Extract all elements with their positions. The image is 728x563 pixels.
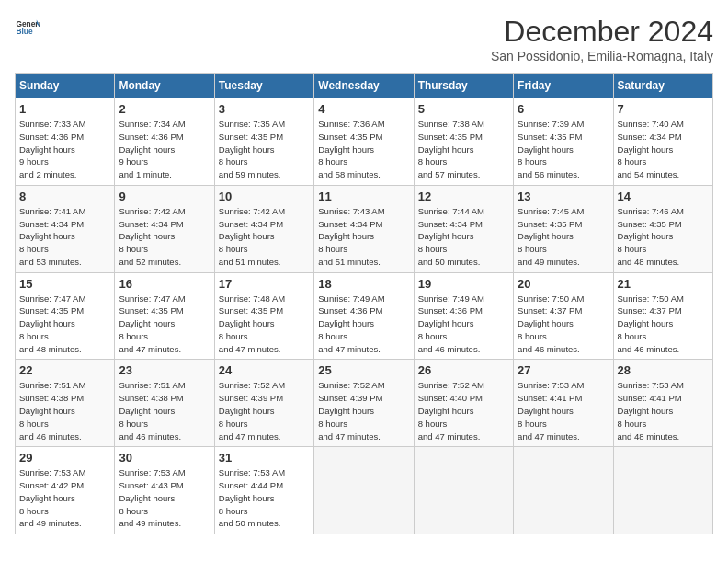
table-row: 14Sunrise: 7:46 AMSunset: 4:35 PMDayligh…	[613, 185, 712, 272]
day-info: Sunrise: 7:51 AMSunset: 4:38 PMDaylight …	[119, 379, 210, 442]
weekday-header-sunday: Sunday	[16, 74, 115, 98]
day-number: 27	[518, 363, 609, 377]
calendar-header: General Blue December 2024 San Possidoni…	[15, 15, 713, 63]
table-row: 19Sunrise: 7:49 AMSunset: 4:36 PMDayligh…	[414, 272, 513, 360]
table-row	[314, 447, 414, 534]
day-info: Sunrise: 7:39 AMSunset: 4:35 PMDaylight …	[518, 118, 609, 181]
day-info: Sunrise: 7:45 AMSunset: 4:35 PMDaylight …	[518, 205, 609, 269]
day-number: 29	[19, 451, 110, 465]
day-info: Sunrise: 7:40 AMSunset: 4:34 PMDaylight …	[618, 118, 709, 181]
day-info: Sunrise: 7:42 AMSunset: 4:34 PMDaylight …	[119, 205, 210, 269]
day-number: 14	[618, 190, 709, 203]
table-row: 28Sunrise: 7:53 AMSunset: 4:41 PMDayligh…	[613, 360, 712, 447]
day-info: Sunrise: 7:35 AMSunset: 4:35 PMDaylight …	[219, 118, 310, 181]
day-number: 28	[618, 363, 709, 377]
day-info: Sunrise: 7:53 AMSunset: 4:41 PMDaylight …	[618, 379, 709, 442]
table-row: 30Sunrise: 7:53 AMSunset: 4:43 PMDayligh…	[115, 447, 214, 534]
day-info: Sunrise: 7:50 AMSunset: 4:37 PMDaylight …	[518, 293, 609, 356]
day-number: 20	[518, 277, 609, 291]
day-info: Sunrise: 7:44 AMSunset: 4:34 PMDaylight …	[418, 205, 509, 269]
day-number: 22	[19, 363, 110, 377]
day-number: 6	[518, 102, 609, 116]
day-number: 24	[219, 363, 310, 377]
day-number: 18	[318, 277, 409, 291]
day-info: Sunrise: 7:34 AMSunset: 4:36 PMDaylight …	[119, 118, 210, 181]
logo-icon: General Blue	[15, 15, 40, 40]
weekday-header-tuesday: Tuesday	[214, 74, 313, 98]
table-row	[613, 447, 712, 534]
day-number: 12	[418, 190, 509, 203]
table-row: 27Sunrise: 7:53 AMSunset: 4:41 PMDayligh…	[514, 360, 613, 447]
day-number: 30	[119, 451, 210, 465]
calendar-header-row: SundayMondayTuesdayWednesdayThursdayFrid…	[16, 74, 713, 98]
table-row: 25Sunrise: 7:52 AMSunset: 4:39 PMDayligh…	[314, 360, 414, 447]
day-info: Sunrise: 7:47 AMSunset: 4:35 PMDaylight …	[19, 293, 110, 356]
table-row: 6Sunrise: 7:39 AMSunset: 4:35 PMDaylight…	[514, 98, 613, 186]
day-info: Sunrise: 7:46 AMSunset: 4:35 PMDaylight …	[618, 205, 709, 269]
table-row: 13Sunrise: 7:45 AMSunset: 4:35 PMDayligh…	[514, 185, 613, 272]
calendar-title: December 2024	[491, 15, 713, 49]
calendar-body: 1Sunrise: 7:33 AMSunset: 4:36 PMDaylight…	[16, 98, 713, 534]
table-row: 9Sunrise: 7:42 AMSunset: 4:34 PMDaylight…	[115, 185, 214, 272]
day-info: Sunrise: 7:48 AMSunset: 4:35 PMDaylight …	[219, 293, 310, 356]
table-row: 12Sunrise: 7:44 AMSunset: 4:34 PMDayligh…	[414, 185, 513, 272]
table-row: 26Sunrise: 7:52 AMSunset: 4:40 PMDayligh…	[414, 360, 513, 447]
table-row: 22Sunrise: 7:51 AMSunset: 4:38 PMDayligh…	[16, 360, 115, 447]
calendar-table: SundayMondayTuesdayWednesdayThursdayFrid…	[15, 73, 713, 534]
day-number: 3	[219, 102, 310, 116]
table-row: 20Sunrise: 7:50 AMSunset: 4:37 PMDayligh…	[514, 272, 613, 360]
weekday-header-friday: Friday	[514, 74, 613, 98]
weekday-header-thursday: Thursday	[414, 74, 513, 98]
table-row: 4Sunrise: 7:36 AMSunset: 4:35 PMDaylight…	[314, 98, 414, 186]
table-row: 15Sunrise: 7:47 AMSunset: 4:35 PMDayligh…	[16, 272, 115, 360]
day-info: Sunrise: 7:53 AMSunset: 4:43 PMDaylight …	[119, 466, 210, 530]
day-number: 8	[19, 190, 110, 203]
table-row: 3Sunrise: 7:35 AMSunset: 4:35 PMDaylight…	[214, 98, 313, 186]
day-info: Sunrise: 7:41 AMSunset: 4:34 PMDaylight …	[19, 205, 110, 269]
day-info: Sunrise: 7:50 AMSunset: 4:37 PMDaylight …	[618, 293, 709, 356]
table-row: 23Sunrise: 7:51 AMSunset: 4:38 PMDayligh…	[115, 360, 214, 447]
day-number: 16	[119, 277, 210, 291]
table-row: 5Sunrise: 7:38 AMSunset: 4:35 PMDaylight…	[414, 98, 513, 186]
table-row: 7Sunrise: 7:40 AMSunset: 4:34 PMDaylight…	[613, 98, 712, 186]
day-number: 15	[19, 277, 110, 291]
calendar-week-row: 22Sunrise: 7:51 AMSunset: 4:38 PMDayligh…	[16, 360, 713, 447]
day-number: 11	[318, 190, 409, 203]
day-number: 26	[418, 363, 509, 377]
day-info: Sunrise: 7:51 AMSunset: 4:38 PMDaylight …	[19, 379, 110, 442]
day-number: 5	[418, 102, 509, 116]
table-row	[414, 447, 513, 534]
svg-text:Blue: Blue	[16, 27, 32, 36]
calendar-subtitle: San Possidonio, Emilia-Romagna, Italy	[491, 49, 713, 63]
table-row: 10Sunrise: 7:42 AMSunset: 4:34 PMDayligh…	[214, 185, 313, 272]
day-number: 10	[219, 190, 310, 203]
day-info: Sunrise: 7:49 AMSunset: 4:36 PMDaylight …	[418, 293, 509, 356]
table-row: 16Sunrise: 7:47 AMSunset: 4:35 PMDayligh…	[115, 272, 214, 360]
table-row: 21Sunrise: 7:50 AMSunset: 4:37 PMDayligh…	[613, 272, 712, 360]
day-number: 1	[19, 102, 110, 116]
day-info: Sunrise: 7:52 AMSunset: 4:40 PMDaylight …	[418, 379, 509, 442]
day-number: 4	[318, 102, 409, 116]
weekday-header-wednesday: Wednesday	[314, 74, 414, 98]
table-row: 24Sunrise: 7:52 AMSunset: 4:39 PMDayligh…	[214, 360, 313, 447]
calendar-week-row: 1Sunrise: 7:33 AMSunset: 4:36 PMDaylight…	[16, 98, 713, 186]
day-info: Sunrise: 7:53 AMSunset: 4:44 PMDaylight …	[219, 466, 310, 530]
table-row: 8Sunrise: 7:41 AMSunset: 4:34 PMDaylight…	[16, 185, 115, 272]
day-info: Sunrise: 7:43 AMSunset: 4:34 PMDaylight …	[318, 205, 409, 269]
day-info: Sunrise: 7:33 AMSunset: 4:36 PMDaylight …	[19, 118, 110, 181]
day-number: 2	[119, 102, 210, 116]
day-number: 7	[618, 102, 709, 116]
day-number: 25	[318, 363, 409, 377]
table-row	[514, 447, 613, 534]
day-info: Sunrise: 7:53 AMSunset: 4:41 PMDaylight …	[518, 379, 609, 442]
table-row: 29Sunrise: 7:53 AMSunset: 4:42 PMDayligh…	[16, 447, 115, 534]
table-row: 11Sunrise: 7:43 AMSunset: 4:34 PMDayligh…	[314, 185, 414, 272]
day-info: Sunrise: 7:47 AMSunset: 4:35 PMDaylight …	[119, 293, 210, 356]
day-info: Sunrise: 7:52 AMSunset: 4:39 PMDaylight …	[219, 379, 310, 442]
calendar-week-row: 15Sunrise: 7:47 AMSunset: 4:35 PMDayligh…	[16, 272, 713, 360]
calendar-week-row: 29Sunrise: 7:53 AMSunset: 4:42 PMDayligh…	[16, 447, 713, 534]
table-row: 1Sunrise: 7:33 AMSunset: 4:36 PMDaylight…	[16, 98, 115, 186]
day-number: 17	[219, 277, 310, 291]
day-number: 19	[418, 277, 509, 291]
day-number: 13	[518, 190, 609, 203]
